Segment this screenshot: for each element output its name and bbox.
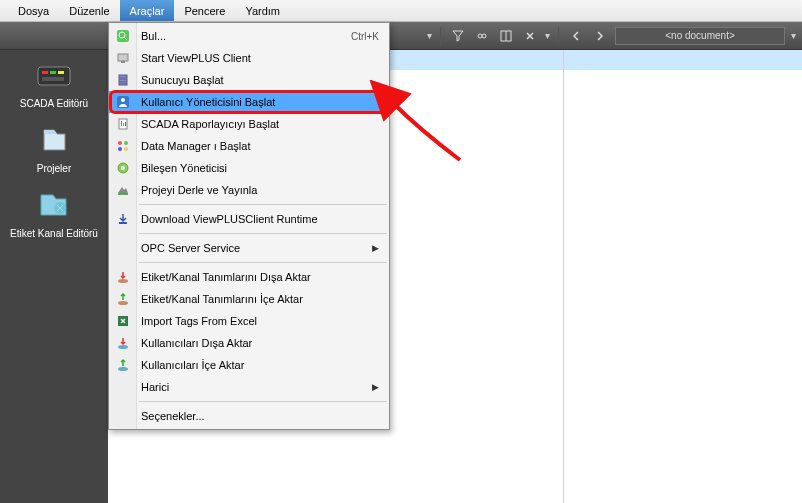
svg-rect-6 [50,71,56,74]
blank-icon [113,408,133,424]
menu-item[interactable]: Projeyi Derle ve Yayınla [109,179,389,201]
svg-point-29 [121,166,125,170]
filter-icon[interactable] [449,27,467,45]
sidebar-item-label: SCADA Editörü [20,98,88,109]
menu-item[interactable]: Harici▶ [109,376,389,398]
menu-window[interactable]: Pencere [174,0,235,21]
menu-edit[interactable]: Düzenle [59,0,119,21]
menu-item-label: Download ViewPLUSClient Runtime [141,213,379,225]
menu-item-label: Import Tags From Excel [141,315,379,327]
menu-item-label: OPC Server Service [141,242,366,254]
external-icon [113,379,133,395]
menu-separator [139,204,387,205]
nav-back-icon[interactable] [567,27,585,45]
excel-icon [113,313,133,329]
export-icon [113,269,133,285]
menu-item[interactable]: Seçenekler... [109,405,389,427]
menu-item[interactable]: Bul...Ctrl+K [109,25,389,47]
menu-file[interactable]: Dosya [8,0,59,21]
sidebar-item-projects[interactable]: Projeler [34,123,74,174]
nav-forward-icon[interactable] [591,27,609,45]
sidebar-item-label: Etiket Kanal Editörü [10,228,98,239]
menu-item[interactable]: Kullanıcı Yöneticisini Başlat [109,91,389,113]
svg-rect-8 [42,77,64,81]
svg-point-26 [118,147,122,151]
menu-item[interactable]: Data Manager ı Başlat [109,135,389,157]
menu-item-label: Kullanıcıları İçe Aktar [141,359,379,371]
menu-item[interactable]: SCADA Raporlayıcıyı Başlat [109,113,389,135]
doc-combo-arrow-icon[interactable]: ▾ [791,30,796,41]
sidebar-item-tag-channel-editor[interactable]: Etiket Kanal Editörü [10,188,98,239]
splitter[interactable] [563,50,564,503]
svg-rect-21 [121,121,122,126]
submenu-arrow-icon: ▶ [372,243,379,253]
menu-item-label: Kullanıcı Yöneticisini Başlat [141,96,379,108]
svg-point-32 [118,279,128,283]
svg-point-36 [118,367,128,371]
data-manager-icon [113,138,133,154]
svg-point-35 [118,345,128,349]
svg-point-25 [124,141,128,145]
close-panel-icon[interactable] [521,27,539,45]
svg-rect-14 [121,61,125,63]
menu-help[interactable]: Yardım [235,0,290,21]
menu-item[interactable]: Bileşen Yöneticisi [109,157,389,179]
menu-item[interactable]: Sunucuyu Başlat [109,69,389,91]
menu-item-label: Sunucuyu Başlat [141,74,379,86]
server-icon [113,72,133,88]
import-icon [113,291,133,307]
svg-rect-16 [119,79,127,82]
tools-dropdown-menu: Bul...Ctrl+KStart ViewPLUS ClientSunucuy… [108,22,390,430]
menu-item-shortcut: Ctrl+K [351,31,379,42]
menu-separator [139,233,387,234]
menu-item-label: Start ViewPLUS Client [141,52,379,64]
layout-icon[interactable] [497,27,515,45]
menu-tools[interactable]: Araçlar [120,0,175,21]
link-icon[interactable] [473,27,491,45]
find-icon [113,28,133,44]
menu-item[interactable]: Kullanıcıları İçe Aktar [109,354,389,376]
menu-item[interactable]: Kullanıcıları Dışa Aktar [109,332,389,354]
build-publish-icon [113,182,133,198]
svg-point-19 [121,98,125,102]
menu-item-label: Harici [141,381,366,393]
toolbar-dropdown-arrow-icon[interactable]: ▾ [427,30,432,41]
menu-item-label: Etiket/Kanal Tanımlarını Dışa Aktar [141,271,379,283]
sidebar: SCADA Editörü Projeler Etiket Kanal Edit… [0,50,108,503]
svg-rect-5 [42,71,48,74]
download-icon [113,211,133,227]
menu-item[interactable]: Etiket/Kanal Tanımlarını İçe Aktar [109,288,389,310]
reporter-icon [113,116,133,132]
menubar: Dosya Düzenle Araçlar Pencere Yardım [0,0,802,22]
scada-editor-icon [34,58,74,94]
client-icon [113,50,133,66]
menu-item[interactable]: Import Tags From Excel [109,310,389,332]
sidebar-item-scada-editor[interactable]: SCADA Editörü [20,58,88,109]
svg-rect-22 [123,123,124,126]
svg-rect-7 [58,71,64,74]
toolbar-dropdown-arrow-icon[interactable]: ▾ [545,30,550,41]
menu-item[interactable]: Etiket/Kanal Tanımlarını Dışa Aktar [109,266,389,288]
menu-item[interactable]: Download ViewPLUSClient Runtime [109,208,389,230]
svg-point-0 [478,34,482,38]
svg-rect-30 [118,193,128,195]
menu-item-label: Bileşen Yöneticisi [141,162,379,174]
svg-point-1 [482,34,486,38]
user-manager-icon [113,94,133,110]
menu-item-label: Seçenekler... [141,410,379,422]
menu-item[interactable]: Start ViewPLUS Client [109,47,389,69]
svg-point-24 [118,141,122,145]
svg-rect-4 [38,67,70,85]
import-users-icon [113,357,133,373]
svg-rect-23 [125,122,126,126]
menu-item[interactable]: OPC Server Service▶ [109,237,389,259]
opc-icon [113,240,133,256]
export-users-icon [113,335,133,351]
document-combo[interactable]: <no document> [615,27,785,45]
svg-rect-31 [119,222,127,224]
tag-channel-editor-icon [34,188,74,224]
svg-point-33 [118,301,128,305]
menu-item-label: Data Manager ı Başlat [141,140,379,152]
submenu-arrow-icon: ▶ [372,382,379,392]
svg-point-9 [54,202,66,214]
